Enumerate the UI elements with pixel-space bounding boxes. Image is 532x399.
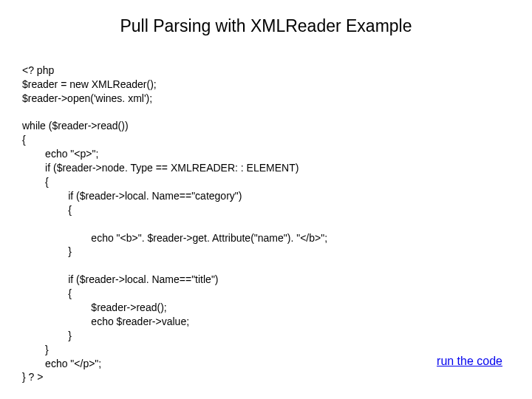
code-line: $reader->read(); — [22, 301, 167, 313]
code-line: echo $reader->value; — [22, 316, 189, 327]
code-line: echo "<b>". $reader->get. Attribute("nam… — [22, 232, 327, 244]
slide: Pull Parsing with XMLReader Example <? p… — [0, 0, 532, 399]
code-block: <? php $reader = new XMLReader(); $reade… — [22, 50, 510, 384]
code-line: while ($reader->read()) — [22, 120, 129, 132]
slide-title: Pull Parsing with XMLReader Example — [22, 16, 510, 36]
code-line: if ($reader->local. Name=="category") — [22, 190, 242, 202]
code-line: if ($reader->local. Name=="title") — [22, 273, 219, 285]
code-line: { — [22, 176, 49, 188]
code-line: { — [22, 134, 26, 146]
code-line: { — [22, 204, 72, 216]
code-line: echo "</p>"; — [22, 358, 101, 369]
code-line: if ($reader->node. Type == XMLREADER: : … — [22, 162, 299, 174]
code-line: } ? > — [22, 371, 43, 383]
code-line: } — [22, 330, 72, 341]
code-line: echo "<p>"; — [22, 148, 98, 160]
code-line: $reader->open('wines. xml'); — [22, 92, 152, 104]
code-line: } — [22, 245, 72, 257]
code-line: { — [22, 287, 72, 299]
code-line: } — [22, 344, 49, 355]
run-code-link[interactable]: run the code — [437, 355, 502, 368]
code-line: <? php — [22, 64, 54, 76]
code-line: $reader = new XMLReader(); — [22, 78, 157, 90]
